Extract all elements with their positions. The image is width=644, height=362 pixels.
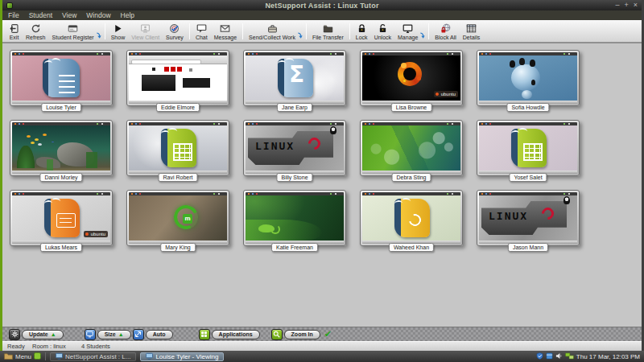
- openoffice-writer-on-pink: [12, 56, 110, 101]
- student-thumbnail-lisa-browne[interactable]: ubuntuLisa Browne: [360, 50, 463, 106]
- message-button[interactable]: Message: [211, 21, 240, 42]
- taskbar-window-netsupport-assist-l[interactable]: NetSupport Assist : L...: [50, 352, 136, 361]
- applications-grid-icon[interactable]: [199, 329, 210, 340]
- main-toolbar: ExitRefreshStudent RegisterShowView Clie…: [2, 20, 642, 43]
- menu-item-help[interactable]: Help: [121, 10, 134, 20]
- student-thumbnail-jason-mann[interactable]: LINUXJason Mann: [477, 190, 580, 246]
- network-icon[interactable]: [565, 352, 574, 361]
- status-room: Room : linux: [32, 343, 81, 350]
- control-size[interactable]: Size▲: [85, 329, 131, 340]
- student-name: Mary King: [160, 243, 196, 252]
- dropdown-arrow-icon[interactable]: [96, 28, 101, 43]
- speaker-icon[interactable]: [555, 352, 563, 361]
- desktop-art: [246, 220, 322, 241]
- linux-mint-wallpaper: [129, 195, 227, 241]
- student-thumbnail-waheed-khan[interactable]: Waheed Khan: [360, 190, 463, 246]
- file-transfer-button[interactable]: File Transfer: [309, 21, 347, 42]
- blue-window-icon[interactable]: [546, 352, 553, 361]
- block-all-button[interactable]: Block All: [431, 21, 459, 42]
- control-pill-applications[interactable]: Applications: [212, 330, 260, 339]
- toolbar-button-label: Chat: [196, 35, 208, 41]
- minimize-button[interactable]: –: [615, 2, 619, 9]
- up-arrow-icon: ▲: [51, 331, 56, 337]
- view-client-button[interactable]: View Client: [128, 21, 163, 42]
- student-thumbnail-yosef-salet[interactable]: Yosef Salet: [477, 120, 580, 176]
- student-screen-frame: ubuntu: [10, 190, 113, 246]
- taskbar-window-louise-tyler-viewing[interactable]: Louise Tyler - Viewing: [140, 352, 224, 361]
- student-screen-frame: ubuntu: [360, 50, 463, 106]
- lock-button[interactable]: Lock: [353, 21, 371, 42]
- student-thumbnail-mary-king[interactable]: Mary King: [126, 190, 229, 246]
- student-thumbnail-billy-stone[interactable]: LINUXBilly Stone: [243, 120, 346, 176]
- control-pill-auto[interactable]: Auto: [146, 330, 173, 339]
- details-icon: [466, 23, 477, 34]
- taskbar-clock[interactable]: Thu 17 Mar, 12:03 PM: [576, 353, 640, 360]
- gulls-icon: [511, 128, 529, 136]
- green-app-icon[interactable]: [34, 352, 41, 361]
- student-thumbnail-jane-earp[interactable]: Jane Earp: [243, 50, 346, 106]
- close-button[interactable]: ×: [634, 2, 638, 9]
- student-thumbnail-danni-morley[interactable]: Danni Morley: [10, 120, 113, 176]
- desktop-art: LINUX: [489, 211, 528, 221]
- student-thumbnail-lukas-mears[interactable]: ubuntuLukas Mears: [10, 190, 113, 246]
- folder-icon: [4, 352, 13, 361]
- taskbar-menu-button[interactable]: Menu: [4, 352, 41, 361]
- control-label: Applications: [219, 331, 253, 337]
- control-applications[interactable]: Applications: [199, 329, 260, 340]
- gear-icon[interactable]: [9, 329, 20, 340]
- exit-button[interactable]: Exit: [6, 21, 23, 42]
- gulls-icon: [394, 198, 412, 206]
- student-thumbnail-katie-freeman[interactable]: Katie Freeman: [243, 190, 346, 246]
- desktop-art: [27, 135, 31, 138]
- control-pill-update[interactable]: Update▲: [22, 330, 64, 339]
- maximize-button[interactable]: +: [624, 2, 628, 9]
- control-auto[interactable]: Auto: [133, 329, 173, 340]
- title-bar[interactable]: NetSupport Assist : Linux Tutor –+×: [2, 0, 642, 10]
- refresh-button[interactable]: Refresh: [23, 21, 49, 42]
- chat-icon: [196, 23, 207, 34]
- chat-button[interactable]: Chat: [192, 21, 211, 42]
- student-thumbnail-sofia-howdle[interactable]: Sofia Howdle: [477, 50, 580, 106]
- desktop-art: [59, 75, 75, 94]
- show-button[interactable]: Show: [108, 21, 129, 42]
- control-pill-zoom-in[interactable]: Zoom In: [284, 330, 320, 339]
- taskbar-window-label: Louise Tyler - Viewing: [155, 353, 218, 360]
- toolbar-button-label: Exit: [10, 35, 19, 41]
- toolbar-button-label: Send/Collect Work: [249, 35, 295, 41]
- student-thumbnail-ravi-robert[interactable]: Ravi Robert: [126, 120, 229, 176]
- openoffice-calc-on-pink: [479, 125, 577, 171]
- dropdown-arrow-icon[interactable]: [419, 28, 425, 43]
- send-collect-work-button[interactable]: Send/Collect Work: [246, 21, 303, 42]
- dropdown-arrow-icon[interactable]: [297, 28, 303, 43]
- student-thumbnail-debra-sting[interactable]: Debra Sting: [360, 120, 463, 176]
- student-screen-frame: [477, 120, 580, 176]
- desktop-art: [164, 67, 169, 72]
- magnifier-icon[interactable]: [271, 329, 283, 340]
- survey-button[interactable]: Survey: [163, 21, 187, 42]
- unlock-button[interactable]: Unlock: [371, 21, 394, 42]
- toolbar-button-label: Unlock: [374, 35, 391, 41]
- openoffice-impress-on-grey: ubuntu: [12, 195, 110, 241]
- desktop-screen: NetSupport Assist : Linux Tutor –+× File…: [0, 0, 644, 362]
- thumbnail-view: Louise TylerEddie ElmoreJane EarpubuntuL…: [2, 43, 642, 327]
- menu-item-window[interactable]: Window: [86, 10, 110, 20]
- exit-icon: [9, 23, 19, 34]
- student-thumbnail-eddie-elmore[interactable]: Eddie Elmore: [126, 50, 229, 106]
- shield-icon[interactable]: [536, 352, 543, 361]
- control-update[interactable]: Update▲: [9, 329, 64, 340]
- menu-item-student[interactable]: Student: [29, 10, 52, 20]
- netsupport-window: NetSupport Assist : Linux Tutor –+× File…: [0, 0, 644, 351]
- view-client-icon: [140, 23, 151, 34]
- toolbar-separator: [189, 23, 190, 39]
- student-register-button[interactable]: Student Register: [49, 21, 102, 42]
- menu-item-view[interactable]: View: [62, 10, 76, 20]
- resize-arrow-icon[interactable]: [133, 329, 144, 340]
- control-pill-size[interactable]: Size▲: [97, 330, 131, 339]
- manage-button[interactable]: Manage: [394, 21, 426, 42]
- details-button[interactable]: Details: [460, 21, 483, 42]
- window-icon: [146, 352, 153, 361]
- monitor-icon[interactable]: [85, 329, 96, 340]
- menu-item-file[interactable]: File: [8, 10, 19, 20]
- control-zoom-in[interactable]: Zoom In✔: [271, 329, 332, 340]
- student-thumbnail-louise-tyler[interactable]: Louise Tyler: [10, 50, 113, 106]
